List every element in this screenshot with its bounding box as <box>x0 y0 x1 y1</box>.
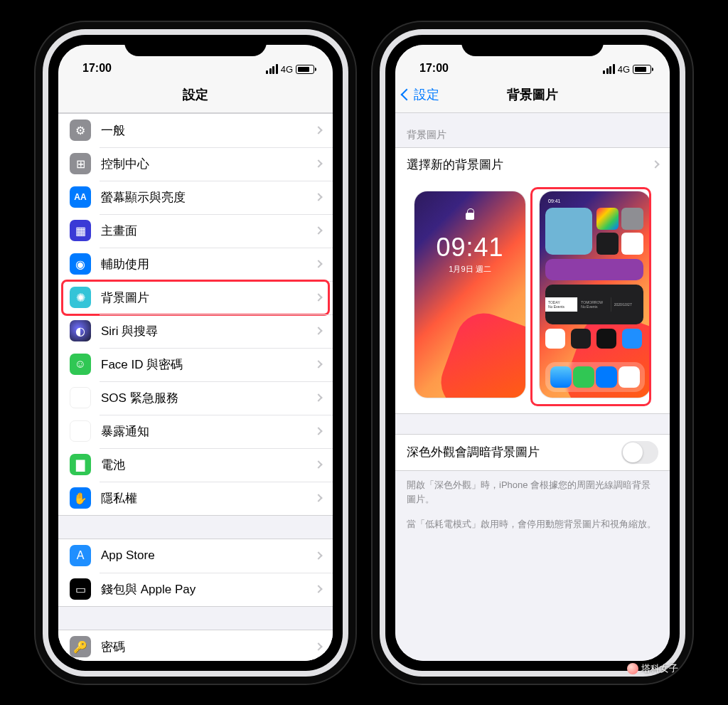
nav-bar: 設定 背景圖片 <box>395 78 670 113</box>
row-label: 背景圖片 <box>101 290 316 306</box>
row-label: 隱私權 <box>101 490 316 507</box>
row-label: 輔助使用 <box>101 256 316 272</box>
chevron-right-icon <box>314 226 322 234</box>
chevron-right-icon <box>314 260 322 267</box>
row-label: 錢包與 Apple Pay <box>101 581 316 598</box>
disp-icon: AA <box>70 186 91 208</box>
footer-note-2: 當「低耗電模式」啟用時，會停用動態背景圖片和視角縮放。 <box>395 514 670 539</box>
lock-icon <box>466 208 474 220</box>
row-label: SOS 緊急服務 <box>101 390 316 406</box>
chevron-right-icon <box>314 460 322 468</box>
dark-dim-label: 深色外觀會調暗背景圖片 <box>407 444 540 460</box>
watermark-text: 塔科女子 <box>641 662 678 675</box>
row-label: 控制中心 <box>101 156 316 172</box>
chevron-right-icon <box>314 494 322 502</box>
cc-icon: ⊞ <box>70 153 91 174</box>
row-faceid[interactable]: ☺Face ID 與密碼 <box>58 348 333 381</box>
row-display[interactable]: AA螢幕顯示與亮度 <box>58 181 333 214</box>
home-icon: ▦ <box>70 220 91 241</box>
row-label: 暴露通知 <box>101 423 316 440</box>
watermark-icon <box>627 663 638 674</box>
row-label: 電池 <box>101 457 316 473</box>
chevron-right-icon <box>314 393 322 401</box>
notch <box>461 35 604 56</box>
row-label: Face ID 與密碼 <box>101 356 316 373</box>
back-label: 設定 <box>414 86 439 103</box>
network-label: 4G <box>281 64 293 75</box>
chevron-right-icon <box>651 160 659 168</box>
chevron-left-icon <box>401 89 413 101</box>
wallet-icon: ▭ <box>70 578 91 600</box>
notch <box>124 35 267 56</box>
access-icon: ◉ <box>70 253 91 275</box>
row-accessibility[interactable]: ◉輔助使用 <box>58 248 333 281</box>
chevron-right-icon <box>314 193 322 201</box>
dark-dim-toggle-row[interactable]: 深色外觀會調暗背景圖片 <box>395 435 670 470</box>
phone-right: 17:00 4G 設定 背景圖片 背景圖片 <box>373 22 692 684</box>
row-control-center[interactable]: ⊞控制中心 <box>58 147 333 181</box>
lock-date: 1月9日 週二 <box>414 264 525 275</box>
settings-list[interactable]: ⚙︎一般⊞控制中心AA螢幕顯示與亮度▦主畫面◉輔助使用✺背景圖片◐Siri 與搜… <box>58 113 333 661</box>
footer-note-1: 開啟「深色外觀」時，iPhone 會根據您的周圍光線調暗背景圖片。 <box>395 471 670 515</box>
choose-wallpaper-row[interactable]: 選擇新的背景圖片 <box>395 148 670 181</box>
row-label: Siri 與搜尋 <box>101 323 316 339</box>
section-header: 背景圖片 <box>395 113 670 147</box>
wallpaper-content[interactable]: 背景圖片 選擇新的背景圖片 09:41 <box>395 113 670 661</box>
choose-wallpaper-label: 選擇新的背景圖片 <box>407 157 653 173</box>
network-label: 4G <box>618 64 630 75</box>
status-time: 17:00 <box>419 62 449 75</box>
watermark: 塔科女子 <box>627 662 678 675</box>
chevron-right-icon <box>314 159 322 167</box>
row-privacy[interactable]: ✋隱私權 <box>58 482 333 515</box>
battery-icon <box>296 65 314 74</box>
lock-screen-preview[interactable]: 09:41 1月9日 週二 <box>414 191 525 398</box>
row-exposure[interactable]: ✱暴露通知 <box>58 415 333 448</box>
chevron-right-icon <box>314 427 322 435</box>
screen-wallpaper: 17:00 4G 設定 背景圖片 背景圖片 <box>395 45 670 661</box>
signal-icon <box>603 64 615 74</box>
wallpaper-previews: 09:41 1月9日 週二 09:41 <box>395 181 670 413</box>
wall-icon: ✺ <box>70 287 91 308</box>
row-general[interactable]: ⚙︎一般 <box>58 114 333 147</box>
priv-icon: ✋ <box>70 487 91 509</box>
back-button[interactable]: 設定 <box>402 78 439 112</box>
status-time: 17:00 <box>82 62 112 75</box>
page-title: 背景圖片 <box>507 86 558 103</box>
general-icon: ⚙︎ <box>70 120 91 141</box>
row-sos[interactable]: SOSSOS 緊急服務 <box>58 381 333 415</box>
pass-icon: 🔑 <box>70 636 91 657</box>
chevron-right-icon <box>314 327 322 334</box>
battery-icon <box>633 65 651 74</box>
row-label: 一般 <box>101 122 316 139</box>
row-wallet[interactable]: ▭錢包與 Apple Pay <box>58 573 333 606</box>
chevron-right-icon <box>314 126 322 134</box>
as-icon: A <box>70 545 91 566</box>
row-home-screen[interactable]: ▦主畫面 <box>58 214 333 248</box>
row-battery[interactable]: ▇電池 <box>58 448 333 482</box>
row-label: 螢幕顯示與亮度 <box>101 189 316 206</box>
nav-bar: 設定 <box>58 78 333 113</box>
row-appstore[interactable]: AApp Store <box>58 539 333 573</box>
row-passwords[interactable]: 🔑密碼 <box>58 630 333 661</box>
chevron-right-icon <box>314 642 322 650</box>
page-title: 設定 <box>183 86 208 103</box>
phone-left: 17:00 4G 設定 ⚙︎一般⊞控制中心AA螢幕顯示與亮度▦主畫面◉輔助使用✺… <box>36 22 355 684</box>
screen-settings: 17:00 4G 設定 ⚙︎一般⊞控制中心AA螢幕顯示與亮度▦主畫面◉輔助使用✺… <box>58 45 333 661</box>
signal-icon <box>266 64 278 74</box>
row-siri[interactable]: ◐Siri 與搜尋 <box>58 314 333 348</box>
chevron-right-icon <box>314 293 322 301</box>
row-label: 主畫面 <box>101 223 316 239</box>
exp-icon: ✱ <box>70 420 91 442</box>
lock-time: 09:41 <box>414 233 525 263</box>
batt-icon: ▇ <box>70 454 91 475</box>
chevron-right-icon <box>314 360 322 368</box>
row-label: App Store <box>101 548 316 563</box>
face-icon: ☺ <box>70 354 91 375</box>
chevron-right-icon <box>314 551 322 559</box>
dark-dim-switch[interactable] <box>621 441 658 464</box>
highlight-home-preview <box>530 187 651 406</box>
sos-icon: SOS <box>70 387 91 408</box>
row-label: 密碼 <box>101 639 316 655</box>
siri-icon: ◐ <box>70 320 91 341</box>
row-wallpaper[interactable]: ✺背景圖片 <box>58 281 333 314</box>
